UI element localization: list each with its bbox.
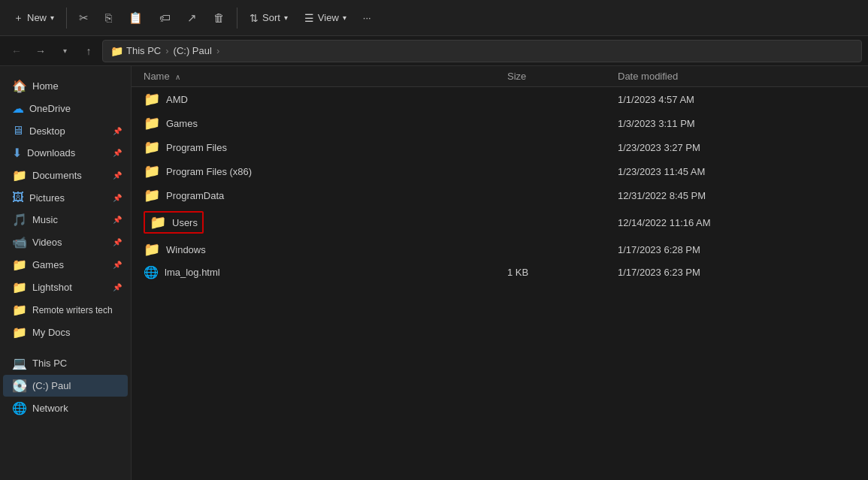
header-name-label: Name bbox=[144, 71, 170, 82]
new-icon: ＋ bbox=[14, 11, 23, 25]
delete-button[interactable]: 🗑 bbox=[206, 7, 232, 29]
file-date-cell: 1/17/2023 6:23 PM bbox=[610, 261, 868, 283]
address-path[interactable]: 📁 This PC › (C:) Paul › bbox=[102, 40, 862, 62]
sidebar-item-network[interactable]: 🌐 Network bbox=[3, 397, 128, 419]
paste-button[interactable]: 📋 bbox=[121, 7, 150, 29]
toolbar-divider-2 bbox=[237, 8, 237, 29]
lightshot-icon: 📁 bbox=[12, 280, 27, 294]
table-row[interactable]: 📁Users12/14/2022 11:16 AM bbox=[132, 207, 868, 237]
table-row[interactable]: 📁Windows1/17/2023 6:28 PM bbox=[132, 237, 868, 261]
sidebar-item-lightshot[interactable]: 📁 Lightshot 📌 bbox=[3, 276, 128, 298]
dropdown-button[interactable]: ▾ bbox=[54, 41, 75, 62]
file-name-cell: 🌐lma_log.html bbox=[132, 261, 500, 283]
table-row[interactable]: 📁AMD1/1/2023 4:57 AM bbox=[132, 87, 868, 112]
music-icon: 🎵 bbox=[12, 213, 27, 227]
cut-button[interactable]: ✂ bbox=[71, 7, 96, 29]
sidebar-item-c-paul[interactable]: 💽 (C:) Paul bbox=[3, 375, 128, 397]
pin-icon-desktop: 📌 bbox=[113, 127, 122, 135]
table-row[interactable]: 📁ProgramData12/31/2022 8:45 PM bbox=[132, 183, 868, 207]
share-icon: ↗ bbox=[187, 11, 197, 25]
folder-icon: 📁 bbox=[150, 214, 166, 231]
rename-button[interactable]: 🏷 bbox=[152, 7, 178, 29]
back-button[interactable]: ← bbox=[6, 41, 27, 62]
file-name-label: ProgramData bbox=[166, 190, 224, 201]
view-button[interactable]: ☰ View ▾ bbox=[297, 8, 354, 29]
path-drive: (C:) Paul bbox=[174, 45, 212, 56]
new-button[interactable]: ＋ New ▾ bbox=[6, 7, 62, 29]
sidebar-item-remote-writers-tech[interactable]: 📁 Remote writers tech bbox=[3, 299, 128, 321]
sidebar-item-my-docs[interactable]: 📁 My Docs bbox=[3, 322, 128, 343]
desktop-icon: 🖥 bbox=[12, 124, 24, 137]
pin-icon-pictures: 📌 bbox=[113, 194, 122, 202]
sidebar-item-pictures[interactable]: 🖼 Pictures 📌 bbox=[3, 187, 128, 208]
sort-button[interactable]: ⇅ Sort ▾ bbox=[242, 8, 295, 29]
sidebar-item-games[interactable]: 📁 Games 📌 bbox=[3, 254, 128, 276]
downloads-icon: ⬇ bbox=[12, 146, 22, 160]
file-name-label: Windows bbox=[166, 244, 206, 255]
header-date[interactable]: Date modified bbox=[610, 66, 868, 87]
folder-icon: 📁 bbox=[144, 163, 160, 180]
folder-icon: 📁 bbox=[144, 139, 160, 155]
path-sep-2: › bbox=[216, 45, 219, 56]
sidebar-label-this-pc: This PC bbox=[32, 358, 67, 369]
sidebar-item-home[interactable]: 🏠 Home bbox=[3, 75, 128, 97]
sidebar-label-desktop: Desktop bbox=[29, 125, 65, 137]
delete-icon: 🗑 bbox=[213, 11, 225, 24]
folder-icon: 📁 bbox=[144, 241, 160, 258]
table-row[interactable]: 🌐lma_log.html1 KB1/17/2023 6:23 PM bbox=[132, 261, 868, 283]
pin-icon-documents: 📌 bbox=[113, 171, 122, 180]
sidebar-label-home: Home bbox=[32, 80, 59, 92]
pin-icon-videos: 📌 bbox=[113, 238, 122, 246]
this-pc-icon: 💻 bbox=[12, 356, 27, 370]
sidebar-item-onedrive[interactable]: ☁ OneDrive bbox=[3, 98, 128, 119]
sort-dropdown-icon: ▾ bbox=[284, 14, 288, 22]
sidebar-devices-section: 💻 This PC 💽 (C:) Paul 🌐 Network bbox=[0, 352, 131, 419]
pin-icon-downloads: 📌 bbox=[113, 149, 122, 157]
file-name-label: Program Files bbox=[166, 142, 227, 153]
file-name-cell: 📁Windows bbox=[132, 237, 500, 261]
more-button[interactable]: ··· bbox=[355, 8, 379, 28]
file-date-cell: 1/23/2023 3:27 PM bbox=[610, 135, 868, 159]
sidebar-item-this-pc[interactable]: 💻 This PC bbox=[3, 352, 128, 374]
sidebar-label-videos: Videos bbox=[32, 237, 62, 248]
header-size[interactable]: Size bbox=[500, 66, 610, 87]
file-size-cell bbox=[500, 87, 610, 112]
file-name-label: Program Files (x86) bbox=[166, 166, 252, 177]
up-button[interactable]: ↑ bbox=[78, 41, 99, 62]
main-area: 🏠 Home ☁ OneDrive 🖥 Desktop 📌 ⬇ Download… bbox=[0, 66, 868, 480]
view-label: View bbox=[318, 12, 339, 23]
sort-arrow-name: ∧ bbox=[175, 73, 180, 81]
header-name[interactable]: Name ∧ bbox=[132, 66, 500, 87]
file-table-body: 📁AMD1/1/2023 4:57 AM📁Games1/3/2023 3:11 … bbox=[132, 87, 868, 284]
table-row[interactable]: 📁Games1/3/2023 3:11 PM bbox=[132, 111, 868, 135]
sidebar-label-downloads: Downloads bbox=[27, 147, 75, 158]
table-row[interactable]: 📁Program Files (x86)1/23/2023 11:45 AM bbox=[132, 159, 868, 183]
copy-button[interactable]: ⎘ bbox=[98, 7, 119, 29]
my-docs-icon: 📁 bbox=[12, 325, 27, 340]
pin-icon-music: 📌 bbox=[113, 216, 122, 224]
sidebar-label-music: Music bbox=[32, 214, 58, 225]
forward-button[interactable]: → bbox=[30, 41, 51, 62]
file-name-cell: 📁ProgramData bbox=[132, 183, 500, 207]
table-row[interactable]: 📁Program Files1/23/2023 3:27 PM bbox=[132, 135, 868, 159]
file-content: Name ∧ Size Date modified 📁AMD1/1/2023 4… bbox=[132, 66, 868, 480]
sidebar-item-videos[interactable]: 📹 Videos 📌 bbox=[3, 231, 128, 253]
sidebar-item-documents[interactable]: 📁 Documents 📌 bbox=[3, 165, 128, 186]
folder-icon: 📁 bbox=[144, 115, 160, 131]
share-button[interactable]: ↗ bbox=[180, 7, 204, 29]
sidebar-label-pictures: Pictures bbox=[29, 192, 65, 204]
file-name-label: lma_log.html bbox=[165, 267, 220, 278]
file-date-cell: 1/23/2023 11:45 AM bbox=[610, 159, 868, 183]
file-size-cell bbox=[500, 183, 610, 207]
sidebar-item-music[interactable]: 🎵 Music 📌 bbox=[3, 209, 128, 231]
network-icon: 🌐 bbox=[12, 401, 27, 415]
file-name-cell: 📁Program Files bbox=[132, 135, 500, 159]
sidebar-item-downloads[interactable]: ⬇ Downloads 📌 bbox=[3, 142, 128, 164]
file-name-cell: 📁Program Files (x86) bbox=[132, 159, 500, 183]
sidebar-label-remote-writers-tech: Remote writers tech bbox=[32, 305, 113, 315]
view-dropdown-icon: ▾ bbox=[343, 14, 346, 22]
videos-icon: 📹 bbox=[12, 235, 27, 249]
dropdown-icon: ▾ bbox=[63, 47, 67, 55]
toolbar-divider-1 bbox=[66, 8, 67, 29]
sidebar-item-desktop[interactable]: 🖥 Desktop 📌 bbox=[3, 120, 128, 141]
